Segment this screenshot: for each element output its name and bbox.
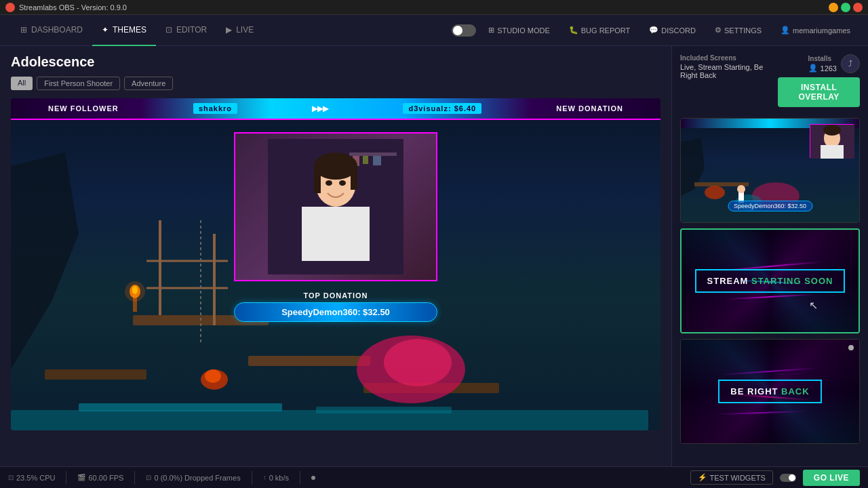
topnav: ⊞ DASHBOARD ✦ THEMES ⊡ EDITOR ▶ LIVE ⊞ S… [0, 15, 868, 46]
nav-editor[interactable]: ⊡ EDITOR [156, 15, 216, 46]
cpu-value: 23.5% CPU [16, 474, 55, 482]
nav-dashboard[interactable]: ⊞ DASHBOARD [11, 15, 92, 46]
svg-rect-26 [373, 156, 381, 165]
brb-streak-1 [720, 367, 818, 375]
corner-tl [234, 132, 241, 139]
fps-value: 60.00 FPS [88, 474, 123, 482]
install-overlay-button[interactable]: INSTALL OVERLAY [778, 77, 860, 107]
tag-adventure[interactable]: Adventure [124, 77, 173, 90]
go-live-button[interactable]: GO LIVE [803, 470, 860, 486]
gear-icon: ⚙ [715, 26, 722, 35]
svg-point-12 [384, 339, 452, 386]
included-screens-section: Included Screens Live, Stream Starting, … [680, 54, 778, 79]
preview-area: NEW FOLLOWER shakkro ▶▶▶ d3visualz: $6.4… [11, 98, 660, 430]
starting-word2: STARTING SOON [751, 276, 833, 286]
discord-btn[interactable]: 💬 DISCORD [642, 23, 703, 37]
fps-status: 🎬 60.00 FPS [77, 474, 123, 482]
app-icon [5, 3, 15, 12]
sep-1 [66, 471, 66, 485]
brb-word2: BACK [781, 386, 810, 396]
test-widgets-button[interactable]: ⚡ TEST WIDGETS [690, 470, 773, 485]
donation-amount: d3visualz: $6.40 [403, 103, 481, 114]
svg-rect-15 [316, 407, 452, 413]
included-screens-label: Included Screens [680, 54, 778, 62]
tag-fps[interactable]: First Person Shooter [37, 77, 120, 90]
user-icon: 👤 [781, 26, 790, 35]
webcam-inner [235, 134, 436, 280]
svg-rect-29 [314, 166, 321, 193]
live-icon: ▶ [226, 25, 232, 35]
brb-thumb[interactable]: BE RIGHT BACK [680, 339, 860, 444]
installs-section: Installs 👤 1263 [808, 55, 837, 73]
brb-word1: BE RIGHT [730, 386, 781, 396]
dropped-status: ⊡ 0 (0.0%) Dropped Frames [146, 474, 240, 482]
svg-rect-25 [363, 156, 368, 164]
nav-themes[interactable]: ✦ THEMES [92, 15, 156, 46]
svg-rect-32 [302, 207, 370, 261]
svg-rect-30 [351, 166, 357, 190]
svg-point-34 [339, 180, 346, 186]
sep-4 [300, 471, 300, 485]
titlebar: Streamlabs OBS - Version: 0.9.0 [0, 0, 868, 15]
webcam-frame [234, 132, 437, 281]
dropped-value: 0 (0.0%) Dropped Frames [154, 474, 240, 482]
tag-bar: All First Person Shooter Adventure [11, 77, 660, 90]
bug-icon: 🐛 [569, 26, 578, 35]
discord-icon: 💬 [649, 26, 658, 35]
corner-tr [431, 132, 437, 139]
cursor-indicator: ↖ [809, 299, 818, 312]
svg-point-45 [737, 185, 745, 193]
share-button[interactable]: ⤴ [841, 54, 860, 73]
sep-2 [134, 471, 135, 485]
included-screens-value: Live, Stream Starting, Be Right Back [680, 63, 778, 79]
themes-icon: ✦ [102, 25, 108, 35]
kbps-status: ↑ 0 kb/s [263, 474, 289, 482]
tag-all[interactable]: All [11, 77, 33, 90]
theme-title: Adolescence [11, 54, 660, 70]
bug-report-btn[interactable]: 🐛 BUG REPORT [562, 23, 637, 37]
studio-icon: ⊞ [488, 26, 494, 35]
starting-word1: STREAM [707, 276, 752, 286]
right-panel: Included Screens Live, Stream Starting, … [671, 46, 868, 466]
user-btn[interactable]: 👤 memariumgames [774, 23, 857, 37]
sep-3 [252, 471, 252, 485]
maximize-button[interactable] [841, 3, 850, 12]
stream-starting-thumb[interactable]: STREAM STARTING SOON ↖ [680, 228, 860, 333]
svg-rect-14 [79, 403, 282, 411]
main-panel: Adolescence All First Person Shooter Adv… [0, 46, 671, 466]
content-area: Adolescence All First Person Shooter Adv… [0, 46, 868, 466]
alert-bar: NEW FOLLOWER shakkro ▶▶▶ d3visualz: $6.4… [11, 98, 660, 120]
app-title: Streamlabs OBS - Version: 0.9.0 [19, 3, 127, 12]
svg-point-46 [705, 186, 725, 199]
live-toggle-knob [789, 474, 795, 481]
corner-br [431, 274, 437, 281]
live-toggle[interactable] [780, 474, 796, 482]
editor-icon: ⊡ [165, 25, 172, 35]
nav-live[interactable]: ▶ LIVE [216, 15, 263, 46]
streak-3 [726, 294, 814, 300]
svg-point-33 [326, 180, 332, 186]
top-donation: TOP DONATION SpeedyDemon360: $32.50 [234, 291, 437, 322]
settings-btn[interactable]: ⚙ SETTINGS [708, 23, 768, 37]
brb-text-box: BE RIGHT BACK [718, 380, 821, 403]
toggle-switch[interactable] [452, 24, 476, 37]
dropped-icon: ⊡ [146, 474, 151, 481]
test-icon: ⚡ [698, 473, 707, 482]
live-toggle-group [780, 474, 796, 482]
kbps-icon: ↑ [263, 474, 267, 481]
new-donation-text: NEW DONATION [556, 104, 623, 113]
installs-label: Installs [808, 55, 837, 62]
follower-username: shakkro [193, 103, 237, 114]
svg-point-19 [125, 281, 145, 302]
nav-right: ⊞ STUDIO MODE 🐛 BUG REPORT 💬 DISCORD ⚙ S… [452, 23, 857, 37]
close-button[interactable] [853, 3, 863, 12]
webcam-person-svg [268, 139, 403, 274]
dashboard-icon: ⊞ [20, 25, 27, 35]
live-preview-thumb[interactable]: SpeedyDemon360: $32.50 [680, 118, 860, 223]
minimize-button[interactable] [829, 3, 838, 12]
studio-mode-btn[interactable]: ⊞ STUDIO MODE [481, 23, 557, 37]
person-icon: 👤 [808, 64, 818, 73]
top-donation-value: SpeedyDemon360: $32.50 [234, 302, 437, 322]
live-thumb-bg: SpeedyDemon360: $32.50 [681, 119, 859, 222]
corner-bl [234, 274, 241, 281]
